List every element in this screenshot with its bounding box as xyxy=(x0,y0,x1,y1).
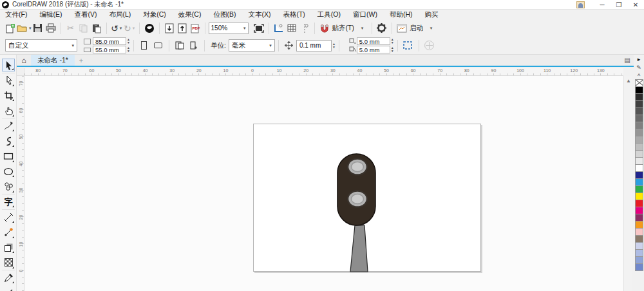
swatch-no-color[interactable] xyxy=(635,79,643,87)
hruler-label-80: 80 xyxy=(35,68,41,73)
units-select[interactable]: 毫米▾ xyxy=(229,39,275,52)
treat-as-filled-button[interactable] xyxy=(402,39,415,52)
open-document-icon[interactable]: ▾ xyxy=(17,22,32,35)
launch-menu[interactable]: 启动 xyxy=(410,24,423,33)
launch-chevron-icon[interactable]: ▾ xyxy=(424,22,437,35)
duplicate-y-stepper[interactable]: ▲▼ xyxy=(391,46,394,53)
import-icon[interactable] xyxy=(163,22,176,35)
show-grid-icon[interactable] xyxy=(285,22,298,35)
options-gear-icon[interactable] xyxy=(375,22,388,35)
zoom-level-select[interactable]: 150%▾ xyxy=(209,23,249,34)
page-height-input[interactable]: 55.0 mm xyxy=(93,46,126,53)
signal-pole[interactable] xyxy=(350,225,368,272)
outline-pen-tool[interactable] xyxy=(2,286,15,291)
minimize-button[interactable]: ─ xyxy=(594,0,611,9)
page-width-stepper[interactable]: ▲▼ xyxy=(127,38,130,44)
coreldraw-window: CorelDRAW 2018 (评估版) - 未命名 -1* ─ ❐ ✕ 文件(… xyxy=(0,0,644,291)
vertical-ruler[interactable]: 706050403020100 xyxy=(17,76,24,291)
current-page-button[interactable] xyxy=(187,39,200,52)
restore-button[interactable]: ❐ xyxy=(611,0,627,9)
hruler-label-20: 20 xyxy=(303,68,308,73)
freehand-tool[interactable] xyxy=(2,119,15,132)
menu-item-10[interactable]: 工具(O) xyxy=(317,10,341,19)
text-tool[interactable]: 字 xyxy=(2,195,15,208)
page-size-preset-select[interactable]: 自定义▾ xyxy=(5,39,77,52)
save-icon[interactable] xyxy=(32,22,44,35)
menu-item-8[interactable]: 文本(X) xyxy=(248,10,270,19)
menu-item-1[interactable]: 文件(F) xyxy=(5,10,27,19)
print-icon[interactable] xyxy=(44,22,57,35)
pan-tool[interactable] xyxy=(2,104,15,117)
export-icon[interactable] xyxy=(176,22,189,35)
color-eyedropper-tool[interactable] xyxy=(2,271,15,284)
ellipse-tool[interactable] xyxy=(2,165,15,178)
palette-flyout-icon[interactable]: ▸ xyxy=(634,55,644,63)
snap-menu[interactable]: 贴齐(T) xyxy=(332,24,354,33)
color-palette: ▸ ✎ ^ xyxy=(634,55,644,291)
menu-item-13[interactable]: 购买 xyxy=(425,10,439,19)
menu-item-9[interactable]: 表格(T) xyxy=(283,10,305,19)
drawing-canvas[interactable] xyxy=(24,76,623,291)
search-content-icon[interactable] xyxy=(143,22,156,35)
portrait-button[interactable] xyxy=(138,39,151,52)
new-tab-button[interactable]: + xyxy=(75,55,88,66)
scroll-up-icon[interactable]: ▲ xyxy=(624,76,633,85)
transparency-tool[interactable] xyxy=(2,256,15,269)
show-guidelines-icon[interactable] xyxy=(298,22,311,35)
landscape-button[interactable] xyxy=(152,39,165,52)
vertical-scrollbar[interactable]: ▲ xyxy=(623,76,632,291)
nudge-distance-input[interactable]: 0.1 mm xyxy=(296,40,332,52)
connector-tool[interactable] xyxy=(2,226,15,239)
palette-edit-icon[interactable]: ✎ xyxy=(634,63,644,71)
account-icon[interactable] xyxy=(576,1,585,8)
undo-icon[interactable]: ↺▾ xyxy=(110,22,123,35)
new-document-icon[interactable] xyxy=(4,22,17,35)
duplicate-x-input[interactable]: 5.0 mm xyxy=(357,37,390,45)
shape-tool[interactable] xyxy=(2,74,15,87)
document-page[interactable] xyxy=(253,124,481,272)
close-button[interactable]: ✕ xyxy=(627,0,644,9)
menu-item-5[interactable]: 对象(C) xyxy=(143,10,166,19)
dimension-tool[interactable] xyxy=(2,211,15,223)
show-rulers-icon[interactable] xyxy=(272,22,285,35)
toolbox: 字 xyxy=(0,55,17,291)
vruler-label-50: 50 xyxy=(19,134,23,140)
page-height-stepper[interactable]: ▲▼ xyxy=(127,46,130,53)
hruler-label-10: 10 xyxy=(223,68,228,73)
welcome-home-icon[interactable]: ⌂ xyxy=(17,55,31,66)
menu-item-3[interactable]: 查看(V) xyxy=(74,10,97,19)
menu-item-6[interactable]: 效果(C) xyxy=(178,10,202,19)
traffic-signal-drawing[interactable] xyxy=(254,124,482,272)
menu-item-2[interactable]: 编辑(E) xyxy=(39,10,62,19)
artistic-media-tool[interactable] xyxy=(2,135,15,147)
full-screen-preview-icon[interactable] xyxy=(252,22,265,35)
page-width-input[interactable]: 85.0 mm xyxy=(93,37,126,45)
signal-light-bottom-inner[interactable] xyxy=(352,194,364,204)
pick-tool[interactable] xyxy=(2,59,15,71)
launch-icon[interactable] xyxy=(395,22,408,35)
duplicate-y-input[interactable]: 5.0 mm xyxy=(357,46,390,53)
menu-item-4[interactable]: 布局(L) xyxy=(109,10,131,19)
drop-shadow-tool[interactable] xyxy=(2,241,15,254)
nudge-stepper[interactable]: ▲▼ xyxy=(332,42,336,49)
swatch-7088cc[interactable] xyxy=(635,263,643,271)
ruler-origin-corner[interactable] xyxy=(17,68,24,76)
document-tab-bar: ⌂ 未命名 -1* + ▤ xyxy=(17,55,634,67)
snap-chevron-icon[interactable]: ▾ xyxy=(355,22,368,35)
page-width-icon xyxy=(84,39,91,44)
document-tab-active[interactable]: 未命名 -1* xyxy=(31,55,75,66)
duplicate-x-stepper[interactable]: ▲▼ xyxy=(391,38,394,44)
rectangle-tool[interactable] xyxy=(2,150,15,163)
view-navigator-icon[interactable]: ▤ xyxy=(621,55,634,66)
menu-item-12[interactable]: 帮助(H) xyxy=(390,10,413,19)
crop-tool[interactable] xyxy=(2,89,15,102)
publish-pdf-icon[interactable]: PDF xyxy=(189,22,202,35)
signal-light-top-inner[interactable] xyxy=(352,162,364,172)
paste-icon[interactable] xyxy=(90,22,103,35)
snap-settings-icon[interactable] xyxy=(318,22,331,35)
all-pages-button[interactable] xyxy=(173,39,186,52)
menu-item-7[interactable]: 位图(B) xyxy=(213,10,236,19)
horizontal-ruler[interactable]: 8070605040302010010203040506070809010011… xyxy=(24,68,623,76)
menu-item-11[interactable]: 窗口(W) xyxy=(353,10,377,19)
polygon-tool[interactable] xyxy=(2,180,15,193)
